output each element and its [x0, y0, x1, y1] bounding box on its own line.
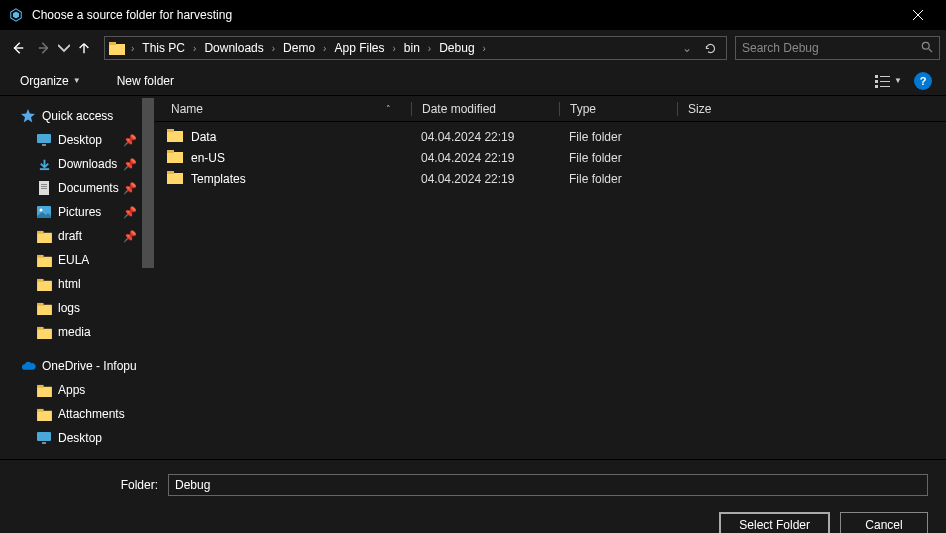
sidebar-item-documents[interactable]: Documents 📌: [0, 176, 155, 200]
svg-rect-17: [42, 144, 46, 146]
chevron-right-icon[interactable]: ›: [319, 43, 330, 54]
breadcrumb-item[interactable]: Demo: [279, 41, 319, 55]
cancel-button[interactable]: Cancel: [840, 512, 928, 533]
svg-rect-39: [37, 432, 51, 441]
folder-icon: [36, 324, 52, 340]
svg-rect-21: [41, 186, 47, 187]
select-folder-button[interactable]: Select Folder: [719, 512, 830, 533]
close-button[interactable]: [898, 0, 938, 30]
chevron-right-icon[interactable]: ›: [189, 43, 200, 54]
folder-icon: [36, 300, 52, 316]
svg-line-9: [929, 48, 932, 51]
breadcrumb-item[interactable]: App Files: [330, 41, 388, 55]
up-button[interactable]: [72, 36, 96, 60]
breadcrumb-item[interactable]: This PC: [138, 41, 189, 55]
breadcrumb-item[interactable]: Downloads: [200, 41, 267, 55]
help-button[interactable]: ?: [914, 72, 932, 90]
pin-icon: 📌: [123, 206, 137, 219]
app-icon: [8, 7, 24, 23]
svg-rect-22: [41, 188, 47, 189]
sidebar-item-desktop[interactable]: Desktop 📌: [0, 128, 155, 152]
breadcrumb[interactable]: › This PC › Downloads › Demo › App Files…: [104, 36, 727, 60]
sidebar-item-folder[interactable]: EULA: [0, 248, 155, 272]
sidebar-label: draft: [58, 229, 82, 243]
svg-rect-15: [880, 86, 890, 87]
folder-icon: [36, 252, 52, 268]
recent-locations-button[interactable]: [58, 36, 70, 60]
view-options-button[interactable]: ▼: [870, 72, 906, 90]
new-folder-label: New folder: [117, 74, 174, 88]
window-title: Choose a source folder for harvesting: [32, 8, 898, 22]
file-name: Templates: [191, 172, 246, 186]
svg-rect-14: [875, 85, 878, 88]
sidebar-scrollbar[interactable]: [141, 96, 155, 459]
toolbar: Organize ▼ New folder ▼ ?: [0, 66, 946, 96]
organize-button[interactable]: Organize ▼: [14, 70, 87, 92]
sidebar-item-quick-access[interactable]: Quick access: [0, 104, 155, 128]
file-type: File folder: [559, 151, 677, 165]
search-input[interactable]: [742, 41, 921, 55]
folder-name-input[interactable]: [168, 474, 928, 496]
folder-icon: [36, 276, 52, 292]
svg-rect-13: [880, 81, 890, 82]
new-folder-button[interactable]: New folder: [111, 70, 180, 92]
chevron-right-icon[interactable]: ›: [424, 43, 435, 54]
chevron-right-icon[interactable]: ›: [268, 43, 279, 54]
breadcrumb-item[interactable]: Debug: [435, 41, 478, 55]
sidebar-label: Desktop: [58, 133, 102, 147]
sidebar-item-folder[interactable]: Attachments: [0, 402, 155, 426]
sidebar-label: media: [58, 325, 91, 339]
breadcrumb-dropdown-icon[interactable]: ⌄: [676, 41, 698, 55]
column-label: Type: [570, 102, 596, 116]
pin-icon: 📌: [123, 158, 137, 171]
search-icon[interactable]: [921, 41, 933, 56]
sidebar-item-folder[interactable]: media: [0, 320, 155, 344]
file-row[interactable]: Templates 04.04.2024 22:19 File folder: [155, 168, 946, 189]
svg-rect-29: [37, 280, 52, 290]
sidebar-item-draft[interactable]: draft 📌: [0, 224, 155, 248]
folder-icon: [36, 228, 52, 244]
desktop-icon: [36, 132, 52, 148]
sidebar-item-pictures[interactable]: Pictures 📌: [0, 200, 155, 224]
svg-rect-45: [167, 173, 183, 184]
search-box[interactable]: [735, 36, 940, 60]
navigation-pane: Quick access Desktop 📌 Downloads 📌 Docum…: [0, 96, 155, 459]
column-header-type[interactable]: Type: [559, 102, 677, 116]
sidebar-item-onedrive[interactable]: OneDrive - Infopu: [0, 354, 155, 378]
chevron-right-icon[interactable]: ›: [479, 43, 490, 54]
file-row[interactable]: en-US 04.04.2024 22:19 File folder: [155, 147, 946, 168]
folder-icon: [36, 382, 52, 398]
svg-rect-34: [37, 326, 44, 329]
forward-button[interactable]: [32, 36, 56, 60]
svg-rect-10: [875, 75, 878, 78]
pin-icon: 📌: [123, 182, 137, 195]
column-header-date[interactable]: Date modified: [411, 102, 559, 116]
sidebar-label: Documents: [58, 181, 119, 195]
chevron-right-icon[interactable]: ›: [388, 43, 399, 54]
sidebar-item-downloads[interactable]: Downloads 📌: [0, 152, 155, 176]
back-button[interactable]: [6, 36, 30, 60]
sidebar-label: Apps: [58, 383, 85, 397]
file-name: en-US: [191, 151, 225, 165]
column-header-size[interactable]: Size: [677, 102, 767, 116]
sidebar-item-folder[interactable]: html: [0, 272, 155, 296]
svg-rect-12: [875, 80, 878, 83]
breadcrumb-root-icon[interactable]: [107, 38, 127, 58]
sidebar-label: Attachments: [58, 407, 125, 421]
column-label: Size: [688, 102, 711, 116]
column-header-name[interactable]: Name ˄: [155, 102, 411, 116]
sidebar-item-folder[interactable]: Apps: [0, 378, 155, 402]
pin-icon: 📌: [123, 230, 137, 243]
chevron-right-icon[interactable]: ›: [127, 43, 138, 54]
sidebar-item-folder[interactable]: Desktop: [0, 426, 155, 450]
svg-rect-36: [37, 384, 44, 387]
sidebar-item-folder[interactable]: logs: [0, 296, 155, 320]
file-date: 04.04.2024 22:19: [411, 151, 559, 165]
svg-rect-7: [109, 42, 116, 45]
scrollbar-thumb[interactable]: [142, 98, 154, 268]
file-row[interactable]: Data 04.04.2024 22:19 File folder: [155, 126, 946, 147]
sidebar-label: Downloads: [58, 157, 117, 171]
refresh-button[interactable]: [698, 36, 722, 60]
breadcrumb-item[interactable]: bin: [400, 41, 424, 55]
svg-point-8: [922, 42, 929, 49]
